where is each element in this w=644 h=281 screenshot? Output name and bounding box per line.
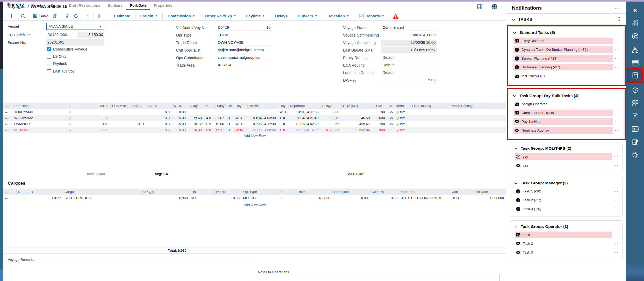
col-tsday[interactable]: TSday	[213, 103, 226, 109]
task-row[interactable]: Nominate Agency ···	[513, 127, 621, 134]
cell-arrival[interactable]: 03/04/24 03:30	[247, 115, 278, 121]
col-arrival[interactable]: Arrival	[247, 103, 278, 109]
cell-miles[interactable]: 158	[73, 121, 110, 127]
cell-dto[interactable]	[132, 127, 146, 133]
cell-sdays[interactable]	[188, 109, 204, 115]
cell-exch-rate[interactable]: 1.000000	[471, 195, 506, 201]
col-opt-type[interactable]: Opt Type	[242, 189, 279, 195]
col-dto[interactable]: DTo...	[132, 103, 146, 109]
col-eca-routing[interactable]: ECA Routing	[410, 103, 449, 109]
piracy-routing-field[interactable]: Default	[381, 55, 410, 61]
row-menu-icon[interactable]: •••	[3, 121, 13, 127]
col-cp-qty[interactable]: C/P Qty	[141, 189, 190, 195]
cell-arrival[interactable]: 27/05/24 08:00	[247, 127, 278, 133]
col-pdays[interactable]: PDays	[321, 103, 341, 109]
cell-day-arrival[interactable]: WED	[234, 121, 247, 127]
cell-dto[interactable]: 319	[132, 121, 146, 127]
refresh-icon[interactable]	[71, 13, 80, 19]
chevron-down-icon[interactable]	[514, 224, 518, 229]
tc-code-field[interactable]: D0429-I0001	[46, 32, 77, 38]
cell-st[interactable]: SA	[387, 109, 394, 115]
last-tci-voy-checkbox[interactable]: Last TCI Voy	[47, 69, 75, 73]
task-row[interactable]: Task 3 ···	[515, 249, 620, 256]
settings-gear-icon[interactable]	[630, 150, 640, 160]
col-bl[interactable]: B/L	[226, 103, 234, 109]
chevron-down-icon[interactable]	[511, 17, 515, 22]
cell-sdays[interactable]: 18.72	[188, 121, 204, 127]
cell-arrival[interactable]: 01/05/24 12:30	[247, 121, 278, 127]
col-n[interactable]: N	[16, 189, 28, 195]
itinerary-row-tokuyama[interactable]: ••• TOKUYAMA C 0.0 0.00 WED 10/01/24 11:…	[3, 109, 506, 115]
trade-route-field[interactable]: OWN VOYAGE	[216, 40, 272, 46]
cell-bl[interactable]: B	[226, 121, 234, 127]
cell-id[interactable]: 11677	[28, 195, 63, 201]
cell-miles[interactable]: 3,555	[73, 127, 110, 133]
cell-pdays[interactable]: 4,320.33	[321, 127, 341, 133]
cargo-row-steel-product[interactable]: ••• 1 11677 STEEL PRODUCT 6,950 MT 10.00…	[3, 195, 506, 201]
task-menu-icon[interactable]: ···	[615, 120, 620, 124]
itinerary-row-wakayama[interactable]: ••• WAKAYAMA O 231 13.0 5.00 79.68 4.0 8…	[3, 115, 506, 121]
col-id[interactable]: ID	[28, 189, 63, 195]
globe-icon[interactable]	[490, 3, 498, 10]
notes-icon[interactable]	[630, 137, 640, 147]
task-row[interactable]: Task 2 ···	[515, 240, 620, 247]
cell-id-no[interactable]: 600	[372, 115, 387, 121]
load-line-routing-field[interactable]: Default	[381, 70, 410, 76]
task-menu-icon[interactable]: ···	[615, 39, 620, 43]
other-rev-exp-menu[interactable]: Other Rev/Exp▼	[201, 14, 240, 18]
col-piracy-routing[interactable]: Piracy Routing	[449, 103, 487, 109]
deviation-menu[interactable]: Deviation▼	[324, 14, 352, 18]
task-row[interactable]: Dynamic Task - Do Bunker Planning (-432)…	[513, 46, 621, 53]
cell-eca-routing[interactable]	[410, 115, 449, 121]
consecutive-voyage-checkbox[interactable]: Consecutive Voyage	[47, 47, 87, 51]
piracy-routing-extra-field[interactable]	[410, 55, 437, 61]
row-menu-icon[interactable]: •••	[3, 109, 13, 115]
task-row[interactable]: Task 2 (-27) ···	[515, 197, 620, 203]
task-row[interactable]: Assign Operator ···	[513, 101, 621, 107]
cell-day-arrival[interactable]: MON	[234, 127, 247, 133]
contacts-icon[interactable]	[630, 124, 640, 134]
cell-x[interactable]	[204, 109, 213, 115]
cell-opt-pct[interactable]: 10.00	[214, 195, 242, 201]
cell-lumpsum[interactable]: 0.00	[332, 195, 370, 201]
cell-co2[interactable]: 28,652.06	[341, 127, 372, 133]
breadcrumb-voyages-link[interactable]: Voyages	[8, 4, 26, 9]
cell-eca-miles[interactable]	[110, 121, 132, 127]
cell-bl[interactable]	[226, 109, 234, 115]
cell-eca-routing[interactable]	[410, 127, 449, 133]
col-frt-rate[interactable]: Frt Rate	[291, 189, 332, 195]
cell-frt-rate[interactable]: 37.8800	[291, 195, 332, 201]
task-group-header[interactable]: Task Group: MOLIT-IPS (2)	[513, 145, 620, 153]
next-voyage-icon[interactable]	[95, 13, 104, 19]
cell-piracy-routing[interactable]	[449, 127, 487, 133]
col-x[interactable]: X...	[204, 103, 213, 109]
task-row[interactable]: Entry Distance ···	[513, 38, 621, 44]
cell-day-departure[interactable]: WED	[278, 109, 288, 115]
col-comm[interactable]: Comm%	[370, 189, 400, 195]
cell-f[interactable]: O	[67, 121, 73, 127]
collapse-panel-icon[interactable]: «	[630, 5, 640, 15]
col-day-arrival[interactable]: Day	[234, 103, 247, 109]
col-eca-miles[interactable]: ECA Miles	[110, 103, 132, 109]
cell-day-departure[interactable]: FRI	[278, 121, 288, 127]
cell-unit[interactable]: MT	[190, 195, 214, 201]
task-menu-icon[interactable]: ···	[615, 74, 620, 78]
cell-tsday[interactable]	[213, 109, 226, 115]
cell-piracy-routing[interactable]	[449, 115, 487, 121]
task-menu-icon[interactable]: ···	[614, 198, 619, 202]
delays-button[interactable]: Delays	[271, 14, 291, 18]
cell-tsday[interactable]: 83.67	[213, 115, 226, 121]
cell-x[interactable]: 4.0	[204, 115, 213, 121]
estimate-button[interactable]: Estimate	[110, 14, 134, 18]
cell-arrival[interactable]	[247, 109, 278, 115]
task-menu-icon[interactable]: ···	[614, 189, 619, 193]
voyage-remarks-textarea[interactable]	[7, 263, 250, 281]
col-st[interactable]: St	[387, 103, 394, 109]
itinerary-add-new-row-link[interactable]: Add New Row	[3, 134, 506, 138]
cell-departure[interactable]: 11/04/24 21:40	[288, 115, 321, 121]
cell-id-no[interactable]: 900	[372, 127, 387, 133]
cell-st[interactable]: SA	[387, 115, 394, 121]
col-curr[interactable]: Curr	[450, 189, 471, 195]
search-icon[interactable]	[19, 13, 27, 19]
cell-eca-routing[interactable]	[410, 121, 449, 127]
